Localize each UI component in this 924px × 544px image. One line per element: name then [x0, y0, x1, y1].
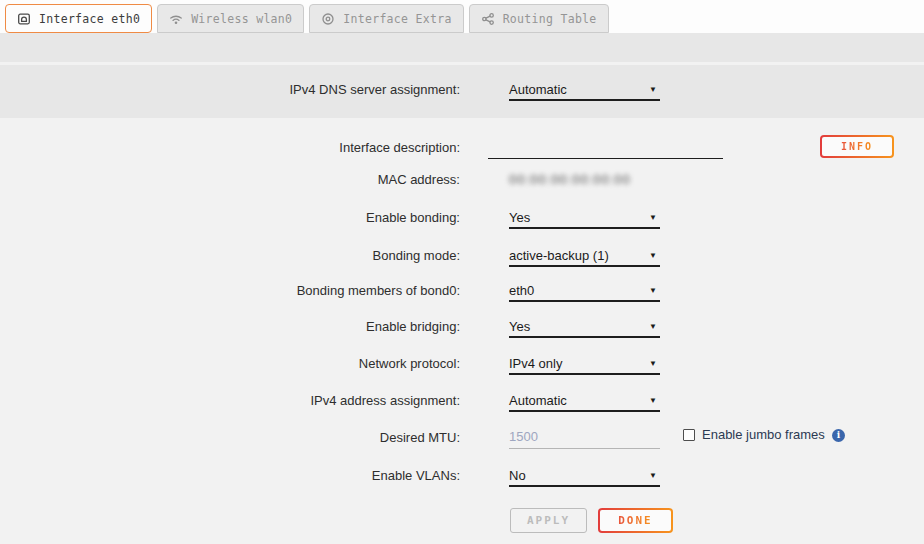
mac-address-label: MAC address:: [0, 170, 460, 190]
apply-button[interactable]: APPLY: [510, 508, 587, 533]
select-value: active-backup (1): [509, 247, 609, 265]
tab-label: Routing Table: [503, 12, 597, 26]
network-protocol-row: Network protocol: IPv4 only ▼: [0, 354, 660, 375]
dns-assignment-row: IPv4 DNS server assignment: Automatic ▼: [0, 80, 660, 101]
enable-bridging-row: Enable bridging: Yes ▼: [0, 317, 660, 338]
desired-mtu-row: Desired MTU: 1500: [0, 428, 660, 449]
enable-bonding-select[interactable]: Yes ▼: [509, 208, 660, 229]
dns-assignment-label: IPv4 DNS server assignment:: [0, 80, 460, 100]
tab-bar: Interface eth0 Wireless wlan0 Interface …: [5, 4, 609, 33]
jumbo-frames-group: Enable jumbo frames i: [683, 428, 845, 442]
mac-address-value-redacted: 00:00:00:00:00:00: [509, 170, 631, 190]
wifi-icon: [169, 12, 183, 26]
tab-label: Interface Extra: [343, 12, 451, 26]
tab-label: Wireless wlan0: [191, 12, 292, 26]
bonding-members-row: Bonding members of bond0: eth0 ▼: [0, 281, 660, 302]
done-button-label: DONE: [618, 514, 653, 527]
interface-description-label: Interface description:: [0, 138, 460, 158]
tab-interface-eth0[interactable]: Interface eth0: [5, 4, 152, 33]
chevron-down-icon: ▼: [649, 282, 660, 300]
chevron-down-icon: ▼: [649, 467, 660, 485]
chevron-down-icon: ▼: [649, 247, 660, 265]
enable-bridging-label: Enable bridging:: [0, 317, 460, 337]
chevron-down-icon: ▼: [649, 355, 660, 373]
header-band: [0, 33, 924, 62]
share-nodes-icon: [481, 12, 495, 26]
done-button[interactable]: DONE: [598, 508, 673, 533]
bonding-mode-label: Bonding mode:: [0, 246, 460, 266]
desired-mtu-label: Desired MTU:: [0, 428, 460, 448]
network-protocol-select[interactable]: IPv4 only ▼: [509, 354, 660, 375]
enable-vlans-label: Enable VLANs:: [0, 466, 460, 486]
enable-bonding-row: Enable bonding: Yes ▼: [0, 208, 660, 229]
desired-mtu-input[interactable]: 1500: [509, 428, 660, 449]
bonding-mode-row: Bonding mode: active-backup (1) ▼: [0, 246, 660, 267]
dns-assignment-select[interactable]: Automatic ▼: [509, 80, 660, 101]
tab-label: Interface eth0: [39, 12, 140, 26]
info-button[interactable]: INFO: [820, 135, 894, 158]
info-circle-icon[interactable]: i: [832, 429, 845, 442]
select-value: eth0: [509, 282, 534, 300]
select-value: Automatic: [509, 392, 567, 410]
enable-bonding-label: Enable bonding:: [0, 208, 460, 228]
select-value: Yes: [509, 209, 530, 227]
network-protocol-label: Network protocol:: [0, 354, 460, 374]
select-value: No: [509, 467, 526, 485]
ipv4-assignment-row: IPv4 address assignment: Automatic ▼: [0, 391, 660, 412]
bonding-members-select[interactable]: eth0 ▼: [509, 281, 660, 302]
select-value: Yes: [509, 318, 530, 336]
enable-bridging-select[interactable]: Yes ▼: [509, 317, 660, 338]
apply-button-label: APPLY: [527, 514, 570, 527]
chevron-down-icon: ▼: [649, 81, 660, 99]
jumbo-frames-checkbox[interactable]: [683, 429, 695, 441]
enable-vlans-row: Enable VLANs: No ▼: [0, 466, 660, 487]
select-value: Automatic: [509, 81, 567, 99]
select-value: IPv4 only: [509, 355, 562, 373]
chevron-down-icon: ▼: [649, 318, 660, 336]
chevron-down-icon: ▼: [649, 209, 660, 227]
ipv4-assignment-select[interactable]: Automatic ▼: [509, 391, 660, 412]
tab-routing-table[interactable]: Routing Table: [469, 4, 609, 33]
mac-address-row: MAC address: 00:00:00:00:00:00: [0, 170, 631, 190]
bonding-members-label: Bonding members of bond0:: [0, 281, 460, 301]
enable-vlans-select[interactable]: No ▼: [509, 466, 660, 487]
bonding-mode-select[interactable]: active-backup (1) ▼: [509, 246, 660, 267]
jumbo-frames-label: Enable jumbo frames: [702, 428, 825, 442]
interface-description-input[interactable]: [488, 138, 723, 159]
ipv4-assignment-label: IPv4 address assignment:: [0, 391, 460, 411]
info-button-label: INFO: [841, 141, 873, 152]
target-icon: [321, 12, 335, 26]
ethernet-icon: [17, 12, 31, 26]
tab-wireless-wlan0[interactable]: Wireless wlan0: [157, 4, 304, 33]
tab-interface-extra[interactable]: Interface Extra: [309, 4, 463, 33]
chevron-down-icon: ▼: [649, 392, 660, 410]
interface-description-row: Interface description:: [0, 138, 723, 159]
